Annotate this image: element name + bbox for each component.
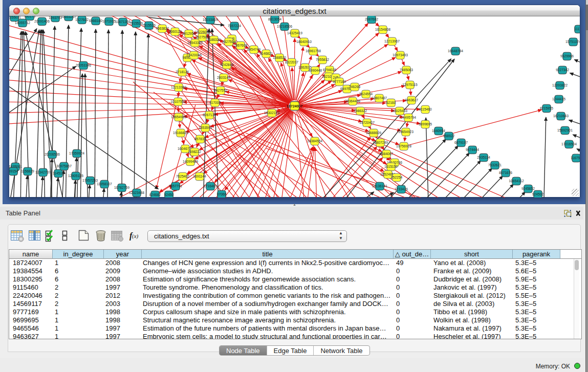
svg-text:9146821: 9146821 [259,52,273,55]
svg-text:11172: 11172 [574,27,580,31]
svg-text:14099489: 14099489 [183,160,198,163]
svg-text:417004: 417004 [209,101,221,104]
svg-text:746266: 746266 [349,85,361,89]
svg-text:10107552: 10107552 [170,100,186,103]
svg-text:8912954: 8912954 [182,32,195,35]
svg-text:7515526: 7515526 [142,24,156,27]
svg-text:8267130: 8267130 [203,113,216,117]
svg-text:18724007: 18724007 [287,104,302,108]
svg-text:15720407: 15720407 [359,121,375,124]
svg-text:990173: 990173 [24,16,36,18]
svg-text:2087682: 2087682 [365,17,378,21]
svg-text:19756928: 19756928 [396,144,411,148]
svg-text:1698222: 1698222 [188,150,201,154]
svg-text:12905135: 12905135 [68,174,83,178]
svg-text:12213369: 12213369 [171,85,186,89]
svg-text:7955812: 7955812 [316,58,329,61]
svg-text:1244415: 1244415 [552,97,565,101]
svg-text:22420046: 22420046 [186,53,202,57]
svg-text:30975867: 30975867 [56,164,72,168]
svg-text:20691406: 20691406 [34,19,50,23]
svg-text:17359924: 17359924 [69,151,84,155]
svg-text:8471676: 8471676 [499,171,512,174]
svg-text:7632621: 7632621 [488,163,502,167]
svg-text:16543382: 16543382 [187,41,203,45]
svg-text:1733426: 1733426 [395,187,408,191]
svg-text:16033809: 16033809 [203,18,218,21]
svg-text:12213967: 12213967 [384,39,400,43]
svg-text:17016504: 17016504 [561,142,577,146]
svg-text:16782759: 16782759 [114,186,129,189]
svg-text:2803144: 2803144 [217,76,230,79]
svg-text:8990448: 8990448 [309,69,322,72]
svg-text:3624554: 3624554 [359,92,373,96]
svg-text:2255011: 2255011 [9,16,21,19]
svg-text:10807487: 10807487 [372,96,387,100]
svg-text:7515526: 7515526 [129,21,143,25]
svg-text:19218506: 19218506 [277,25,292,28]
svg-text:1093791: 1093791 [49,16,62,19]
svg-text:10025433: 10025433 [392,109,407,113]
svg-text:12975115: 12975115 [402,83,418,86]
svg-text:87066: 87066 [217,192,227,196]
svg-text:12342737: 12342737 [35,170,51,174]
svg-text:924502: 924502 [532,192,544,196]
svg-text:7663822: 7663822 [156,27,169,30]
svg-text:19654923: 19654923 [398,130,413,134]
svg-text:20206536: 20206536 [45,152,60,156]
svg-text:7485063: 7485063 [400,68,413,72]
svg-text:114519: 114519 [53,171,64,175]
svg-text:62160: 62160 [386,101,396,104]
svg-text:12093822: 12093822 [552,83,568,87]
svg-text:1071915: 1071915 [102,19,116,23]
svg-text:19166825: 19166825 [173,131,188,135]
svg-text:7357224: 7357224 [228,24,241,28]
svg-text:19384554: 19384554 [307,139,322,143]
svg-text:18302173: 18302173 [264,111,279,115]
svg-text:8427552: 8427552 [214,89,227,92]
svg-text:16961758: 16961758 [306,49,321,53]
svg-text:9115460: 9115460 [419,107,432,111]
svg-text:10973493: 10973493 [393,53,408,57]
svg-text:7986322: 7986322 [354,109,367,113]
svg-text:16648784: 16648784 [448,49,463,53]
svg-text:20053346: 20053346 [76,63,91,67]
svg-text:12323448: 12323448 [129,191,144,194]
svg-text:18640910: 18640910 [296,40,312,43]
svg-text:14325419: 14325419 [287,31,302,35]
svg-text:1156829: 1156829 [21,169,34,173]
svg-text:6879197: 6879197 [454,141,468,144]
svg-text:958922: 958922 [443,134,455,138]
svg-text:(x): (x) [132,233,139,239]
svg-text:9463627: 9463627 [405,98,418,102]
svg-text:14136141: 14136141 [372,184,387,188]
svg-text:8186328: 8186328 [207,38,221,41]
svg-text:16210643: 16210643 [553,114,569,118]
svg-text:1640954: 1640954 [432,129,445,133]
svg-text:1615152: 1615152 [384,165,398,168]
svg-text:6966160: 6966160 [89,19,102,23]
svg-text:6794028: 6794028 [323,68,336,72]
svg-text:14055712: 14055712 [15,21,30,25]
svg-text:10654112: 10654112 [509,179,524,183]
svg-text:1527602: 1527602 [75,18,89,21]
svg-text:9242848: 9242848 [220,63,233,67]
svg-text:2867608: 2867608 [234,43,247,47]
svg-text:252254: 252254 [391,176,403,179]
svg-text:116753: 116753 [571,156,580,160]
svg-text:19654985: 19654985 [171,115,186,119]
svg-text:16154808: 16154808 [375,28,390,31]
svg-text:92450: 92450 [164,193,174,196]
svg-text:9329966: 9329966 [560,54,574,58]
svg-text:1353594: 1353594 [199,126,212,129]
svg-text:9474444: 9474444 [466,148,479,151]
svg-text:9384067: 9384067 [380,152,393,156]
svg-text:9660124: 9660124 [168,30,182,33]
svg-text:7625402: 7625402 [176,174,189,178]
svg-text:9327508: 9327508 [222,40,235,43]
svg-text:9245652: 9245652 [521,187,535,190]
svg-text:9227342: 9227342 [556,68,569,72]
svg-text:10653267: 10653267 [61,16,76,18]
svg-text:2935114: 2935114 [477,156,490,159]
svg-text:20364436: 20364436 [345,99,360,103]
